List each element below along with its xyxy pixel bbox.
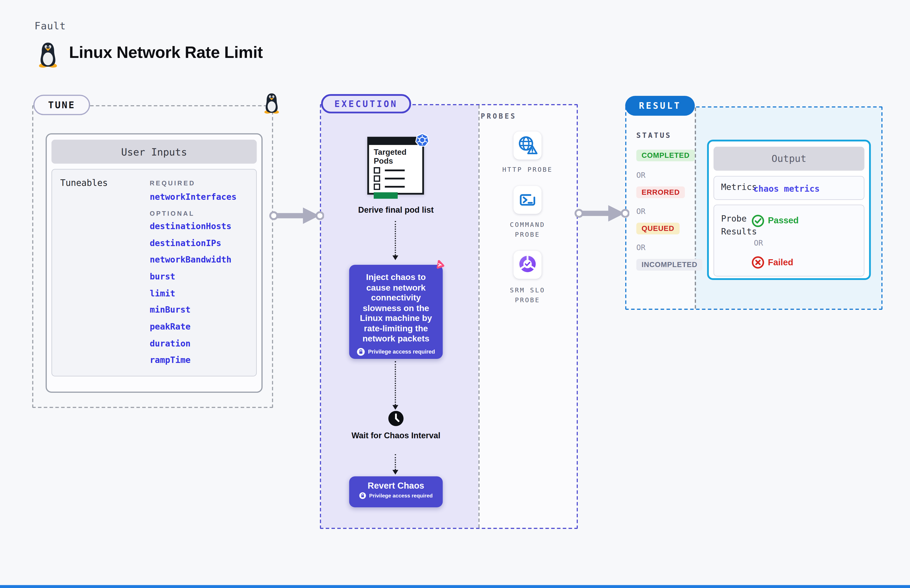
status-badge-queued: QUEUED [636, 223, 680, 234]
failed-label: Failed [768, 257, 793, 267]
privilege-label: Privilege access required [368, 348, 435, 355]
tuneable-item[interactable]: destinationIPs [150, 239, 221, 248]
flow-connector [392, 361, 398, 410]
tune-section-pill: TUNE [33, 95, 90, 115]
status-label: STATUS [636, 131, 671, 140]
lock-icon [357, 347, 365, 355]
required-label: REQUIRED [150, 179, 195, 187]
tuneable-item[interactable]: burst [150, 272, 175, 281]
status-output-divider [695, 108, 696, 309]
derive-pod-list-label: Derive final pod list [349, 205, 443, 215]
targeted-pods-title: Targeted Pods [374, 148, 416, 166]
or-separator: OR [636, 171, 645, 179]
pod-list-row [374, 167, 405, 173]
execution-probes-divider [478, 105, 479, 528]
flow-connector [392, 221, 398, 260]
tuneables-label: Tuneables [60, 178, 108, 188]
revert-chaos-step: Revert Chaos Privilege access required [349, 477, 443, 507]
tuneable-item[interactable]: minBurst [150, 305, 191, 314]
wait-chaos-interval-label: Wait for Chaos Interval [349, 431, 443, 441]
clock-icon [388, 410, 404, 426]
green-action-bar [374, 192, 398, 199]
privilege-row: Privilege access required [355, 492, 437, 499]
tuneable-item[interactable]: limit [150, 289, 175, 298]
tuneables-panel: Tuneables REQUIRED networkInterfaces OPT… [51, 169, 257, 376]
status-badge-completed: COMPLETED [636, 150, 695, 162]
inject-chaos-text: Inject chaos to cause network connectivi… [355, 272, 437, 344]
tuneable-item[interactable]: networkBandwidth [150, 255, 232, 264]
output-header: Output [714, 147, 865, 171]
result-section-pill: RESULT [625, 96, 695, 116]
optional-label: OPTIONAL [150, 210, 195, 217]
lock-icon [359, 492, 366, 499]
command-probe-label: COMMAND PROBE [504, 220, 551, 240]
http-probe-card [513, 131, 542, 160]
linux-penguin-icon [263, 92, 281, 114]
command-probe-card [513, 186, 542, 214]
probe-results-row: Probe Results Passed OR Failed [714, 205, 865, 276]
user-inputs-card: User Inputs Tuneables REQUIRED networkIn… [45, 133, 262, 393]
terminal-icon [516, 188, 539, 212]
failed-x-icon [751, 256, 764, 269]
globe-alert-icon [515, 133, 540, 158]
tuneable-item[interactable]: rampTime [150, 355, 191, 365]
execution-section-pill: EXECUTION [321, 94, 411, 113]
srm-slo-probe-card [513, 250, 542, 279]
or-separator: OR [636, 243, 645, 252]
page-title: Linux Network Rate Limit [69, 43, 263, 62]
linux-penguin-icon [36, 41, 60, 68]
bottom-bar [0, 585, 910, 588]
http-probe-label: HTTP PROBE [490, 165, 565, 175]
privilege-row: Privilege access required [355, 347, 437, 355]
tuneable-item[interactable]: networkInterfaces [150, 192, 236, 202]
slo-donut-icon [515, 252, 540, 277]
tuneable-item[interactable]: duration [150, 339, 191, 348]
metrics-value: chaos metrics [753, 176, 820, 200]
pod-list-row [374, 175, 405, 182]
flow-arrow-tune-to-execution [269, 206, 324, 226]
or-separator: OR [754, 239, 763, 247]
passed-check-icon [751, 215, 764, 227]
srm-slo-probe-label: SRM SLO PROBE [504, 285, 551, 305]
status-badge-incompleted: INCOMPLETED [636, 259, 703, 271]
flow-connector [392, 454, 398, 475]
user-inputs-header: User Inputs [51, 140, 257, 164]
flow-arrow-probes-to-result [575, 204, 629, 223]
passed-label: Passed [768, 215, 798, 225]
fault-kicker: Fault [34, 20, 66, 32]
tuneable-item[interactable]: peakRate [150, 322, 191, 331]
status-badge-errored: ERRORED [636, 186, 685, 198]
tuneable-item[interactable]: destinationHosts [150, 221, 232, 231]
probes-label: PROBES [481, 112, 517, 120]
output-card: Output Metrics chaos metrics Probe Resul… [707, 140, 871, 280]
pod-list-row [374, 184, 405, 190]
revert-chaos-label: Revert Chaos [355, 480, 437, 490]
or-separator: OR [636, 207, 645, 216]
chaos-logo-icon [434, 260, 445, 271]
privilege-label: Privilege access required [369, 493, 433, 499]
metrics-row: Metrics chaos metrics [714, 176, 865, 200]
fault-diagram-canvas: Fault Linux Network Rate Limit TUNE User… [0, 0, 910, 588]
kubernetes-icon [415, 133, 430, 148]
metrics-label: Metrics [721, 176, 757, 199]
inject-chaos-step: Inject chaos to cause network connectivi… [349, 265, 443, 359]
